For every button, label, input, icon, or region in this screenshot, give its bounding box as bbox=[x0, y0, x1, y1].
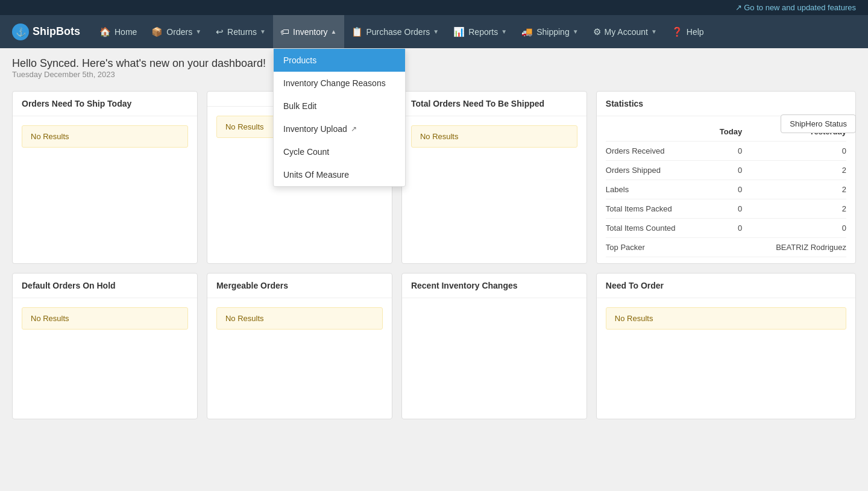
inventory-dropdown: Products Inventory Change Reasons Bulk E… bbox=[273, 48, 406, 187]
dropdown-item-inventory-change-reasons[interactable]: Inventory Change Reasons bbox=[274, 72, 405, 95]
brand-logo[interactable]: ⚓ ShipBots bbox=[6, 23, 86, 40]
reports-icon: 📊 bbox=[453, 27, 465, 37]
new-features-link[interactable]: ↗ Go to new and updated features bbox=[735, 3, 856, 12]
main-content: Hello Synced. Here's what's new on your … bbox=[0, 48, 868, 428]
card-mergeable-orders-body: No Results bbox=[207, 298, 392, 419]
purchase-orders-icon: 📋 bbox=[351, 27, 363, 37]
orders-chevron: ▼ bbox=[195, 28, 201, 35]
card-mergeable-orders-header: Mergeable Orders bbox=[207, 274, 392, 298]
nav-item-inventory[interactable]: 🏷 Inventory ▲ Products Inventory Change … bbox=[273, 15, 344, 48]
nav-label-purchase-orders: Purchase Orders bbox=[366, 27, 430, 37]
stats-cell-today bbox=[709, 238, 742, 257]
navbar: ⚓ ShipBots 🏠 Home 📦 Orders ▼ ↩ Returns ▼… bbox=[0, 15, 868, 48]
stats-row: Orders Received00 bbox=[606, 142, 846, 161]
dropdown-item-cycle-count[interactable]: Cycle Count bbox=[274, 140, 405, 163]
stats-row: Total Items Packed02 bbox=[606, 199, 846, 219]
returns-chevron: ▼ bbox=[260, 28, 266, 35]
stats-cell-yesterday: 2 bbox=[742, 161, 846, 180]
bottom-cards-grid: Default Orders On Hold No Results Mergea… bbox=[12, 273, 856, 419]
statistics-title: Statistics bbox=[606, 99, 643, 108]
nav-label-my-account: My Account bbox=[605, 27, 648, 37]
nav-label-inventory: Inventory bbox=[293, 27, 328, 37]
no-results-mergeable: No Results bbox=[216, 307, 383, 330]
inventory-change-reasons-label: Inventory Change Reasons bbox=[283, 78, 386, 88]
nav-label-reports: Reports bbox=[468, 27, 498, 37]
stats-col-today: Today bbox=[709, 122, 742, 142]
no-results-total-orders: No Results bbox=[411, 125, 577, 148]
inventory-upload-label: Inventory Upload bbox=[283, 124, 347, 134]
orders-icon: 📦 bbox=[151, 27, 163, 37]
nav-item-help[interactable]: ❓ Help bbox=[664, 15, 711, 48]
logo-icon: ⚓ bbox=[12, 23, 29, 40]
stats-cell-today: 0 bbox=[709, 161, 742, 180]
card-total-orders-ship-body: No Results bbox=[402, 116, 587, 237]
no-results-orders-ship-today: No Results bbox=[22, 125, 188, 148]
stats-col-label bbox=[606, 122, 709, 142]
home-icon: 🏠 bbox=[99, 27, 111, 37]
stats-cell-label: Top Packer bbox=[606, 238, 709, 257]
card-need-to-order-body: No Results bbox=[597, 298, 855, 419]
stats-cell-label: Total Items Counted bbox=[606, 219, 709, 238]
statistics-table: Today Yesterday Orders Received00Orders … bbox=[606, 122, 846, 257]
nav-item-purchase-orders[interactable]: 📋 Purchase Orders ▼ bbox=[344, 15, 447, 48]
purchase-orders-chevron: ▼ bbox=[433, 28, 439, 35]
stats-row: Labels02 bbox=[606, 180, 846, 199]
my-account-chevron: ▼ bbox=[651, 28, 657, 35]
stats-cell-yesterday: 2 bbox=[742, 199, 846, 219]
nav-item-home[interactable]: 🏠 Home bbox=[92, 15, 144, 48]
stats-cell-today: 0 bbox=[709, 142, 742, 161]
nav-label-help: Help bbox=[687, 27, 704, 37]
stats-row: Total Items Counted00 bbox=[606, 219, 846, 238]
card-total-orders-ship: Total Orders Need To Be Shipped No Resul… bbox=[401, 91, 587, 264]
card-default-orders-hold: Default Orders On Hold No Results bbox=[12, 273, 198, 419]
card-orders-ship-today-body: No Results bbox=[13, 116, 197, 237]
inventory-chevron: ▲ bbox=[331, 28, 337, 35]
top-banner: ↗ Go to new and updated features bbox=[0, 0, 868, 15]
stats-cell-label: Total Items Packed bbox=[606, 199, 709, 219]
reports-chevron: ▼ bbox=[501, 28, 507, 35]
nav-item-my-account[interactable]: ⚙ My Account ▼ bbox=[586, 15, 664, 48]
brand-name: ShipBots bbox=[33, 25, 80, 38]
dropdown-item-units-of-measure[interactable]: Units Of Measure bbox=[274, 163, 405, 186]
stats-cell-yesterday: BEATRIZ Rodriguez bbox=[742, 238, 846, 257]
greeting-date: Tuesday December 5th, 2023 bbox=[12, 70, 856, 79]
dropdown-item-bulk-edit[interactable]: Bulk Edit bbox=[274, 95, 405, 117]
bulk-edit-label: Bulk Edit bbox=[283, 101, 316, 111]
card-orders-ship-today: Orders Need To Ship Today No Results bbox=[12, 91, 198, 264]
shiphero-status-button[interactable]: ShipHero Status bbox=[781, 114, 856, 133]
products-label: Products bbox=[283, 55, 316, 65]
stats-cell-label: Labels bbox=[606, 180, 709, 199]
stats-cell-yesterday: 2 bbox=[742, 180, 846, 199]
card-statistics-header: Statistics bbox=[597, 92, 855, 116]
dropdown-item-inventory-upload[interactable]: Inventory Upload ↗ bbox=[274, 117, 405, 140]
units-of-measure-label: Units Of Measure bbox=[283, 170, 349, 180]
no-results-default-orders: No Results bbox=[22, 307, 188, 330]
nav-label-returns: Returns bbox=[227, 27, 257, 37]
nav-item-shipping[interactable]: 🚚 Shipping ▼ bbox=[514, 15, 585, 48]
card-default-orders-hold-body: No Results bbox=[13, 298, 197, 419]
greeting-headline: Hello Synced. Here's what's new on your … bbox=[12, 57, 856, 70]
dropdown-item-products[interactable]: Products bbox=[274, 49, 405, 72]
no-results-need-to-order: No Results bbox=[606, 307, 846, 330]
card-recent-inventory: Recent Inventory Changes bbox=[401, 273, 587, 419]
card-total-orders-ship-header: Total Orders Need To Be Shipped bbox=[402, 92, 587, 116]
cycle-count-label: Cycle Count bbox=[283, 147, 329, 157]
nav-item-reports[interactable]: 📊 Reports ▼ bbox=[446, 15, 514, 48]
external-link-icon: ↗ bbox=[351, 125, 357, 133]
nav-label-shipping: Shipping bbox=[536, 27, 570, 37]
greeting: Hello Synced. Here's what's new on your … bbox=[12, 57, 856, 79]
stats-cell-today: 0 bbox=[709, 219, 742, 238]
my-account-icon: ⚙ bbox=[593, 27, 601, 37]
stats-cell-today: 0 bbox=[709, 199, 742, 219]
stats-cell-today: 0 bbox=[709, 180, 742, 199]
stats-row: Orders Shipped02 bbox=[606, 161, 846, 180]
card-statistics-body: Today Yesterday Orders Received00Orders … bbox=[597, 116, 855, 263]
stats-cell-label: Orders Shipped bbox=[606, 161, 709, 180]
help-icon: ❓ bbox=[671, 27, 683, 37]
nav-item-returns[interactable]: ↩ Returns ▼ bbox=[209, 15, 273, 48]
nav-items: 🏠 Home 📦 Orders ▼ ↩ Returns ▼ 🏷 Inventor… bbox=[92, 15, 862, 48]
card-need-to-order-header: Need To Order bbox=[597, 274, 855, 298]
stats-row: Top PackerBEATRIZ Rodriguez bbox=[606, 238, 846, 257]
nav-item-orders[interactable]: 📦 Orders ▼ bbox=[144, 15, 209, 48]
top-cards-grid: Orders Need To Ship Today No Results No … bbox=[12, 91, 856, 264]
